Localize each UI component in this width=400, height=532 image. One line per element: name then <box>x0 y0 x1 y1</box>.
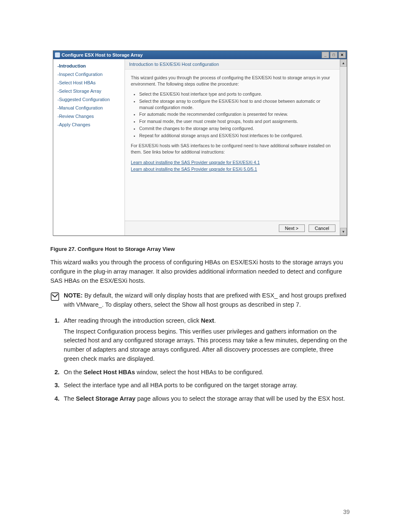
step-3: Select the interface type and all HBA po… <box>61 381 350 390</box>
figure-caption: Figure 27. Configure Host to Storage Arr… <box>50 246 350 252</box>
vertical-scrollbar[interactable]: ▲ ▼ <box>340 59 347 235</box>
note-block: NOTE: By default, the wizard will only d… <box>50 291 350 310</box>
window-titlebar: Configure ESX Host to Storage Array _ □ … <box>53 51 347 59</box>
sas-paragraph: For ESX/ESXi hosts with SAS interfaces t… <box>131 143 334 155</box>
cancel-button[interactable]: Cancel <box>309 224 335 232</box>
step-bold: Select Storage Array <box>76 395 135 402</box>
minimize-button[interactable]: _ <box>322 52 329 58</box>
sidebar-item-introduction[interactable]: -Introduction <box>53 62 125 70</box>
list-item: Select the ESX/ESXi host interface type … <box>139 91 334 97</box>
wizard-sidebar: -Introduction -Inspect Configuration -Se… <box>53 59 125 235</box>
step-lead: Select the interface type and all HBA po… <box>64 382 298 389</box>
sidebar-item-select-hbas[interactable]: -Select Host HBAs <box>53 78 125 87</box>
step-tail: window, select the host HBAs to be confi… <box>135 369 263 376</box>
step-bold: Next <box>201 317 214 324</box>
window-title: Configure ESX Host to Storage Array <box>62 52 143 57</box>
step-extra: The Inspect Configuration process begins… <box>64 327 350 364</box>
content-heading: Introduction to ESX/ESXi Host configurat… <box>125 59 340 70</box>
step-lead: After reading through the introduction s… <box>64 317 201 324</box>
list-item: For manual mode, the user must create ho… <box>139 118 334 125</box>
close-button[interactable]: ✕ <box>338 52 346 58</box>
step-2: On the Select Host HBAs window, select t… <box>61 368 350 377</box>
sidebar-item-select-array[interactable]: -Select Storage Array <box>53 87 125 95</box>
scroll-down-icon[interactable]: ▼ <box>340 228 347 235</box>
body-paragraph: This wizard walks you through the proces… <box>50 258 350 285</box>
sidebar-item-apply[interactable]: -Apply Changes <box>53 120 125 129</box>
link-sas-41[interactable]: Learn about installing the SAS Provider … <box>131 160 260 165</box>
steps-list: After reading through the introduction s… <box>50 316 350 404</box>
config-wizard-window: Configure ESX Host to Storage Array _ □ … <box>53 50 347 236</box>
step-lead: On the <box>64 369 84 376</box>
sidebar-item-manual[interactable]: -Manual Configuration <box>53 104 125 112</box>
list-item: For automatic mode the recommended confi… <box>139 111 334 117</box>
sidebar-item-review[interactable]: -Review Changes <box>53 112 125 120</box>
step-tail: . <box>214 317 216 324</box>
link-sas-50[interactable]: Learn about installing the SAS Provider … <box>131 167 257 172</box>
app-icon <box>55 52 60 57</box>
step-1: After reading through the introduction s… <box>61 316 350 364</box>
step-bold: Select Host HBAs <box>84 369 135 376</box>
procedure-list: Select the ESX/ESXi host interface type … <box>139 91 334 138</box>
maximize-button[interactable]: □ <box>330 52 338 58</box>
note-text: By default, the wizard will only display… <box>64 292 346 308</box>
wizard-content: Introduction to ESX/ESXi Host configurat… <box>125 59 340 235</box>
list-item: Commit the changes to the storage array … <box>139 125 334 132</box>
sidebar-item-suggested[interactable]: -Suggested Configuration <box>53 95 125 104</box>
list-item: Repeat for additional storage arrays and… <box>139 133 334 139</box>
intro-paragraph: This wizard guides you through the proce… <box>131 75 334 87</box>
note-label: NOTE: <box>64 292 83 299</box>
sidebar-item-inspect[interactable]: -Inspect Configuration <box>53 70 125 78</box>
list-item: Select the storage array to configure th… <box>139 98 334 110</box>
next-button[interactable]: Next > <box>279 224 305 232</box>
step-tail: page allows you to select the storage ar… <box>135 395 345 402</box>
page-number: 39 <box>343 509 350 515</box>
step-4: The Select Storage Array page allows you… <box>61 394 350 404</box>
note-icon <box>50 292 60 301</box>
step-lead: The <box>64 395 76 402</box>
scroll-up-icon[interactable]: ▲ <box>340 59 347 67</box>
